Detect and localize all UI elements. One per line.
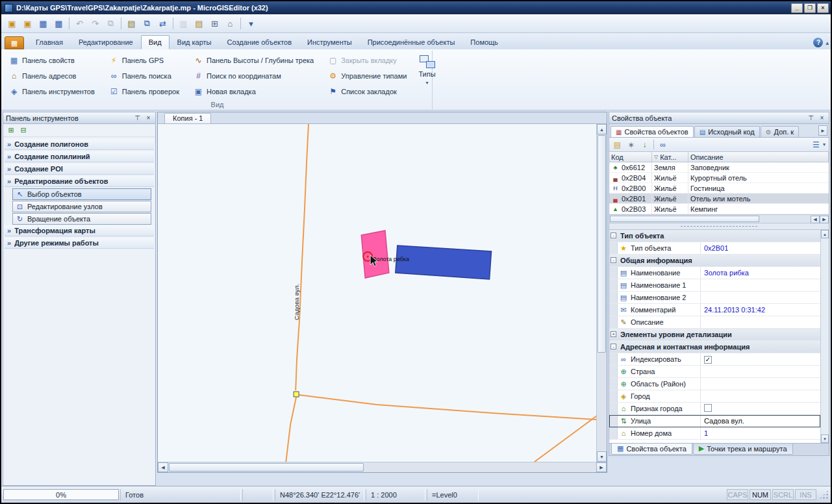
tool-button-5[interactable]: ⊡Редактирование узлов [12, 201, 151, 212]
tool-section-8[interactable]: »Другие режимы работы [5, 238, 154, 249]
ribbon-item-coords[interactable]: #Поиск по координатам [191, 68, 316, 84]
app-menu-button[interactable]: ▦ [5, 36, 24, 49]
expander-icon[interactable]: - [611, 257, 616, 263]
scroll-left-icon[interactable]: ◀ [811, 216, 820, 223]
road-branch[interactable] [299, 395, 607, 420]
find-button[interactable]: ∞ [657, 139, 669, 151]
ribbon-tab-Инструменты[interactable]: Инструменты [299, 35, 360, 49]
property-value[interactable] [701, 390, 820, 402]
property-row[interactable]: ∞Индексировать✓ [609, 353, 820, 366]
table-horizontal-scrollbar[interactable]: ◀ ▶ [609, 214, 829, 223]
ribbon-item-tools-panel[interactable]: ◈Панель инструментов [6, 84, 97, 99]
property-value[interactable] [701, 279, 820, 291]
tab-Свойства объектов[interactable]: ▦Свойства объектов [611, 126, 694, 137]
list-button[interactable]: ☰ [810, 139, 822, 151]
ribbon-item-address-panel[interactable]: ⌂Панель адресов [6, 68, 97, 84]
property-value[interactable]: Золота рибка [701, 267, 820, 279]
ribbon-item-types-manage[interactable]: ⚙Управление типами [325, 68, 409, 84]
paste-button[interactable]: ▤ [124, 16, 139, 31]
ribbon-item-checks[interactable]: ☑Панель проверок [107, 84, 182, 99]
tool-section-2[interactable]: »Создание POI [5, 164, 154, 175]
property-value[interactable]: Садова вул. [701, 415, 820, 427]
tab-scroll-icon[interactable]: ► [818, 125, 827, 136]
scroll-down-icon[interactable]: ▼ [821, 435, 829, 443]
ribbon-tab-Вид[interactable]: Вид [141, 35, 170, 49]
table-row[interactable]: ▄0x2B04ЖильёКурортный отель [609, 173, 829, 183]
property-value[interactable]: 1 [701, 427, 820, 439]
road-line[interactable] [296, 124, 309, 390]
scroll-right-icon[interactable]: ▶ [820, 216, 829, 223]
road-line-south[interactable] [286, 397, 296, 462]
minimize-button[interactable]: _ [791, 3, 803, 13]
scroll-down-icon[interactable]: ▼ [597, 451, 607, 462]
table-row[interactable]: ♣0x6612ЗемляЗаповедник [609, 162, 829, 173]
panel-close-icon[interactable]: × [144, 114, 153, 121]
property-value[interactable] [701, 316, 820, 328]
property-row[interactable]: ✉Комментарий24.11.2013 0:31:42 [609, 304, 820, 316]
pink-polygon[interactable] [361, 231, 389, 278]
property-row[interactable]: ⌂Признак города [609, 403, 820, 415]
property-row[interactable]: ⊕Страна [609, 366, 820, 378]
blue-polygon[interactable] [396, 246, 492, 279]
tree-collapse-icon[interactable]: ⊟ [18, 125, 29, 136]
table-row[interactable]: ▲0x2B03ЖильёКемпинг [609, 204, 829, 214]
property-value[interactable]: 24.11.2013 0:31:42 [701, 304, 820, 316]
ribbon-tab-Создание объектов[interactable]: Создание объектов [220, 35, 300, 49]
property-value[interactable] [701, 403, 820, 414]
wand-button[interactable]: ∗ [625, 139, 637, 151]
tab-Исходный код[interactable]: ▤Исходный код [694, 126, 760, 137]
ribbon-item-bookmarks[interactable]: ⚑Список закладок [325, 84, 409, 99]
property-value[interactable] [701, 292, 820, 303]
import-button[interactable]: ▣ [20, 16, 35, 31]
property-row[interactable]: ⌂Номер дома1 [609, 427, 820, 440]
duplicate-button[interactable]: ⧉ [140, 16, 155, 31]
ribbon-item-map-panel[interactable]: ▦Панель свойств [6, 53, 97, 68]
property-row[interactable]: ⇅УлицаСадова вул. [609, 415, 820, 427]
scroll-up-icon[interactable]: ▲ [597, 124, 607, 134]
home-button[interactable]: ⌂ [223, 16, 238, 31]
pin-icon[interactable]: ⊤ [133, 114, 142, 121]
new-button[interactable]: ▤ [611, 139, 624, 151]
property-group[interactable]: -Общая информация [609, 255, 820, 267]
property-row[interactable]: ★Тип объекта0x2B01 [609, 242, 820, 255]
scroll-up-icon[interactable]: ▲ [821, 230, 829, 238]
column-header-category[interactable]: ▽Кат... [652, 152, 688, 162]
ribbon-item-newtab[interactable]: ▣Новая вкладка [191, 84, 316, 99]
property-row[interactable]: ▤НаименованиеЗолота рибка [609, 267, 820, 279]
property-value[interactable] [701, 366, 820, 377]
help-button[interactable]: ? [813, 38, 823, 47]
ribbon-tab-Главная[interactable]: Главная [28, 35, 71, 49]
more-button[interactable]: ▾ [244, 16, 258, 31]
save-button[interactable]: ▦ [36, 16, 51, 31]
property-row[interactable]: ⊕Область (Район) [609, 378, 820, 390]
ribbon-item-search[interactable]: ∞Панель поиска [107, 68, 182, 84]
map-horizontal-scrollbar[interactable]: ◀ ▶ [158, 462, 607, 472]
property-row[interactable]: ▤Наименование 2 [609, 292, 820, 304]
table-scroll-thumb[interactable] [610, 216, 759, 222]
table-row[interactable]: ▄0x2B01ЖильёОтель или мотель [609, 194, 829, 204]
tab-Доп. к[interactable]: ⚙Доп. к [761, 126, 800, 137]
property-row[interactable]: ◈Город [609, 390, 820, 403]
ribbon-item-gps[interactable]: ⚡Панель GPS [107, 53, 182, 68]
resize-grip-icon[interactable] [819, 490, 829, 499]
tool-section-1[interactable]: »Создание полилиний [5, 151, 154, 162]
notes-button[interactable]: ▤ [192, 16, 207, 31]
map-tab[interactable]: Копия - 1 [164, 113, 211, 123]
property-group[interactable]: -Тип объекта [609, 230, 820, 242]
tool-button-4[interactable]: ↖Выбор объектов [12, 188, 151, 200]
save-all-button[interactable]: ▦ [51, 16, 66, 31]
compile-button[interactable]: ⇄ [155, 16, 170, 31]
property-row[interactable]: ▤Наименование 1 [609, 279, 820, 292]
close-button[interactable]: × [817, 3, 829, 13]
ribbon-item-elevation[interactable]: ∿Панель Высоты / Глубины трека [191, 53, 316, 68]
ribbon-tab-Редактирование[interactable]: Редактирование [71, 35, 141, 49]
road-node[interactable] [294, 392, 299, 397]
property-value[interactable]: ✓ [701, 353, 820, 365]
tree-expand-icon[interactable]: ⊞ [6, 125, 16, 136]
checkbox[interactable]: ✓ [704, 356, 712, 364]
restore-button[interactable]: ❐ [804, 3, 816, 13]
vertical-scroll-thumb[interactable] [598, 135, 606, 353]
tool-button-6[interactable]: ↻Вращение объекта [12, 213, 151, 225]
property-value[interactable]: 0x2B01 [701, 242, 820, 254]
property-value[interactable] [701, 378, 820, 390]
